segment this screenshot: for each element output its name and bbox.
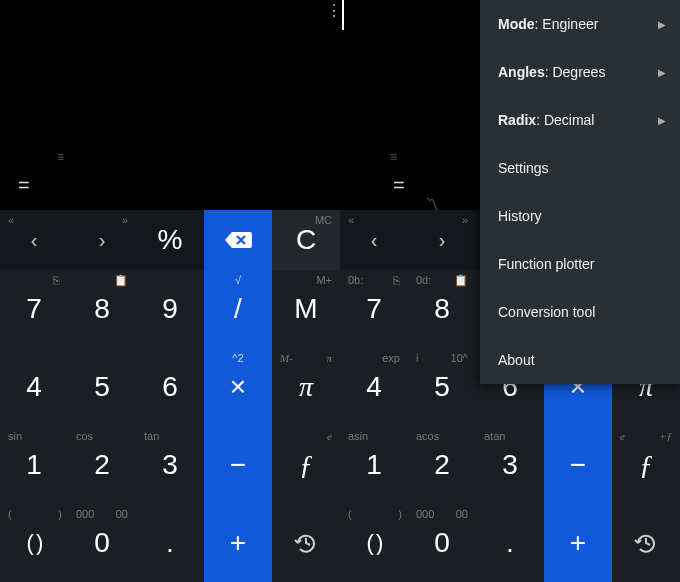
key-3[interactable]: tan3: [136, 426, 204, 504]
menu-plotter[interactable]: Function plotter: [480, 240, 680, 288]
text-cursor: [342, 0, 344, 30]
menu-radix[interactable]: Radix: Decimal ▶: [480, 96, 680, 144]
key-1-r[interactable]: asin1: [340, 426, 408, 504]
key-history-r[interactable]: [612, 504, 680, 582]
key-func-r[interactable]: e+ƒƒ: [612, 426, 680, 504]
key-percent[interactable]: %: [136, 210, 204, 270]
key-7[interactable]: ⎘7: [0, 270, 68, 348]
backspace-icon: [224, 230, 252, 250]
key-parens-r[interactable]: ()( ): [340, 504, 408, 582]
key-plus[interactable]: +: [204, 504, 272, 582]
key-6[interactable]: 6: [136, 348, 204, 426]
key-9[interactable]: 9: [136, 270, 204, 348]
key-parens[interactable]: ()( ): [0, 504, 68, 582]
key-0-r[interactable]: 000000: [408, 504, 476, 582]
menu-settings[interactable]: Settings: [480, 144, 680, 192]
menu-indicator-right: ≡: [390, 150, 397, 164]
key-dot-r[interactable]: .: [476, 504, 544, 582]
key-next[interactable]: »›: [68, 210, 136, 270]
key-func[interactable]: eƒ: [272, 426, 340, 504]
chevron-right-icon: ▶: [658, 19, 666, 30]
key-multiply[interactable]: ^2×: [204, 348, 272, 426]
key-4[interactable]: 4: [0, 348, 68, 426]
key-minus-r[interactable]: −: [544, 426, 612, 504]
key-prev-r[interactable]: «‹: [340, 210, 408, 270]
key-history[interactable]: [272, 504, 340, 582]
key-divide[interactable]: √/: [204, 270, 272, 348]
key-2-r[interactable]: acos2: [408, 426, 476, 504]
key-next-r[interactable]: »›: [408, 210, 476, 270]
history-icon: [293, 530, 319, 556]
key-5[interactable]: 5: [68, 348, 136, 426]
equals-right: =: [393, 174, 405, 197]
key-memory[interactable]: M+M: [272, 270, 340, 348]
overflow-menu-icon[interactable]: ⋮: [326, 8, 342, 13]
menu-about[interactable]: About: [480, 336, 680, 384]
chevron-right-icon: ▶: [658, 115, 666, 126]
equals-left: =: [18, 174, 30, 197]
key-pi[interactable]: M-ππ: [272, 348, 340, 426]
key-clear[interactable]: MCC: [272, 210, 340, 270]
key-7-r[interactable]: 0b:⎘7: [340, 270, 408, 348]
key-dot[interactable]: .: [136, 504, 204, 582]
key-2[interactable]: cos2: [68, 426, 136, 504]
key-backspace[interactable]: [204, 210, 272, 270]
key-8-r[interactable]: 0d:📋8: [408, 270, 476, 348]
key-prev[interactable]: «‹: [0, 210, 68, 270]
overflow-menu: Mode: Engineer ▶ Angles: Degrees ▶ Radix…: [480, 0, 680, 384]
key-plus-r[interactable]: +: [544, 504, 612, 582]
key-3-r[interactable]: atan3: [476, 426, 544, 504]
chevron-right-icon: ▶: [658, 67, 666, 78]
key-5-r[interactable]: i10^5: [408, 348, 476, 426]
menu-indicator-left: ≡: [57, 150, 64, 164]
menu-angles[interactable]: Angles: Degrees ▶: [480, 48, 680, 96]
menu-conversion[interactable]: Conversion tool: [480, 288, 680, 336]
history-icon: [633, 530, 659, 556]
menu-history[interactable]: History: [480, 192, 680, 240]
key-0[interactable]: 000000: [68, 504, 136, 582]
key-4-r[interactable]: exp4: [340, 348, 408, 426]
keypad-left: «‹ »› % MCC ⎘7 📋8 9 √/ M+M 4 5 6 ^2× M-π…: [0, 210, 340, 582]
key-minus[interactable]: −: [204, 426, 272, 504]
menu-mode[interactable]: Mode: Engineer ▶: [480, 0, 680, 48]
key-1[interactable]: sin1: [0, 426, 68, 504]
key-8[interactable]: 📋8: [68, 270, 136, 348]
